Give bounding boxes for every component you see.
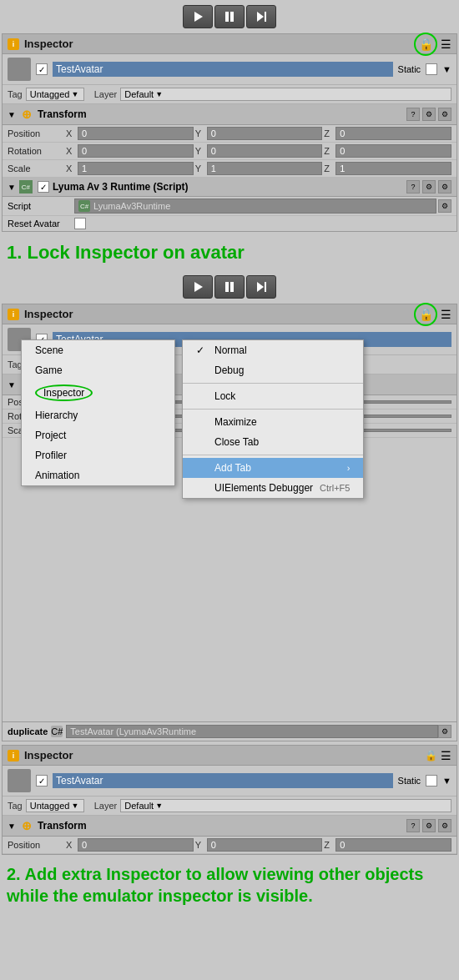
inspector-header-2: i Inspector 🔒 ☰ [3, 304, 456, 324]
static-checkbox-3[interactable] [426, 775, 437, 787]
menu-item-hierarchy[interactable]: Hierarchy [22, 405, 174, 425]
lock-icon-3[interactable]: 🔒 [425, 750, 437, 761]
transform-extra-btn-3[interactable]: ⚙ [438, 819, 451, 832]
lock-circle-2: 🔒 [414, 303, 437, 326]
menu-sep-3 [183, 455, 363, 455]
lock-icon-2[interactable]: 🔒 [419, 308, 433, 321]
transform-title-1: Transform [38, 108, 403, 120]
pause-button-2[interactable] [214, 275, 245, 299]
position-y-3[interactable]: 0 [207, 838, 323, 852]
position-label-1: Position [8, 128, 66, 138]
object-active-checkbox-3[interactable]: ✓ [36, 775, 48, 787]
script-toggle-1[interactable]: ▼ [8, 183, 16, 192]
inspector-title-1: Inspector [24, 38, 73, 50]
play-button[interactable] [183, 5, 213, 28]
transform-icon-1: ⊕ [19, 107, 34, 122]
menu-ui-elements[interactable]: UIElements Debugger Ctrl+F5 [183, 478, 363, 498]
menu-add-tab[interactable]: Add Tab › [183, 458, 363, 478]
layer-dropdown-1[interactable]: Default ▼ [120, 88, 451, 101]
static-arrow-3[interactable]: ▼ [442, 776, 451, 786]
layer-value-3: Default [124, 801, 154, 811]
object-name-field-1[interactable]: TestAvatar [53, 62, 393, 77]
menu-item-project[interactable]: Project [22, 425, 174, 445]
scale-z-1[interactable]: 1 [335, 162, 451, 175]
transform-btns-1: ? ⚙ ⚙ [406, 108, 451, 121]
layer-dropdown-3[interactable]: Default ▼ [120, 799, 451, 812]
script-link-btn[interactable]: ⚙ [438, 199, 451, 213]
inspector-icon-2: i [8, 309, 19, 320]
inspector-header-controls-1: 🔒 ☰ [414, 33, 451, 56]
step-button[interactable] [246, 5, 276, 28]
menu-item-inspector[interactable]: Inspector [22, 380, 174, 405]
script-extra-btn[interactable]: ⚙ [438, 180, 451, 193]
menu-maximize[interactable]: Maximize [183, 412, 363, 432]
layer-value-1: Default [124, 89, 154, 99]
script-active-checkbox[interactable]: ✓ [38, 181, 49, 193]
scale-label-1: Scale [8, 163, 66, 173]
inspector-panel-1: i Inspector 🔒 ☰ ✓ TestAvatar Static ▼ Ta… [2, 33, 457, 232]
transform-toggle-1[interactable]: ▼ [8, 110, 16, 119]
rotation-x-1[interactable]: 0 [78, 144, 194, 158]
position-label-3: Position [8, 840, 66, 850]
tag-label-1: Tag [8, 89, 23, 99]
scale-x-1[interactable]: 1 [78, 162, 194, 175]
transform-toggle-2[interactable]: ▼ [8, 380, 16, 389]
menu-item-scene[interactable]: Scene [22, 340, 174, 360]
tag-label-3: Tag [8, 801, 23, 811]
object-active-checkbox-1[interactable]: ✓ [36, 63, 48, 75]
lock-icon[interactable]: 🔒 [419, 38, 433, 51]
position-x-1[interactable]: 0 [78, 127, 194, 140]
pause-button[interactable] [214, 5, 245, 28]
transform-settings-btn-1[interactable]: ⚙ [422, 108, 436, 121]
menu-item-game[interactable]: Game [22, 360, 174, 380]
static-checkbox-1[interactable] [426, 63, 437, 75]
svg-rect-6 [225, 282, 229, 292]
script-value-field[interactable]: C# LyumaAv3Runtime [74, 199, 436, 214]
transform-settings-btn-3[interactable]: ⚙ [422, 819, 436, 832]
inspector-header-3: i Inspector 🔒 ☰ [3, 746, 456, 766]
tag-dropdown-3[interactable]: Untagged ▼ [26, 799, 84, 812]
rotation-z-1[interactable]: 0 [335, 144, 451, 158]
menu-lock[interactable]: Lock [183, 386, 363, 406]
menu-close-tab[interactable]: Close Tab [183, 432, 363, 452]
static-label-1: Static [398, 64, 421, 74]
script-settings-btn[interactable]: ⚙ [422, 180, 436, 193]
inspector-menu-icon-2[interactable]: ☰ [441, 308, 451, 321]
menu-normal[interactable]: ✓ Normal [183, 340, 363, 360]
tag-dropdown-1[interactable]: Untagged ▼ [26, 88, 84, 101]
position-x-3[interactable]: 0 [78, 838, 194, 852]
tag-layer-row-1: Tag Untagged ▼ Layer Default ▼ [3, 85, 456, 104]
object-name-field-3[interactable]: TestAvatar [53, 773, 393, 788]
static-dropdown-arrow-1[interactable]: ▼ [442, 64, 451, 74]
rotation-y-1[interactable]: 0 [207, 144, 323, 158]
menu-item-profiler[interactable]: Profiler [22, 445, 174, 465]
inspector-header-controls-3: 🔒 ☰ [425, 749, 451, 762]
transform-toggle-3[interactable]: ▼ [8, 822, 16, 831]
duplicate-label: duplicate [8, 726, 48, 736]
position-z-1[interactable]: 0 [335, 127, 451, 140]
layer-label-1: Layer [94, 89, 118, 99]
play-button-2[interactable] [183, 275, 213, 299]
inspector-menu-icon-1[interactable]: ☰ [441, 38, 451, 51]
script-help-btn[interactable]: ? [406, 180, 420, 193]
position-row-1: Position X 0 Y 0 Z 0 [3, 125, 456, 143]
scale-y-1[interactable]: 1 [207, 162, 323, 175]
reset-avatar-label: Reset Avatar [8, 219, 74, 229]
inspector-panel-2: i Inspector 🔒 ☰ ✓ TestAvatar Tag Untagge… [2, 304, 457, 741]
reset-avatar-checkbox[interactable] [74, 218, 86, 229]
menu-debug[interactable]: Debug [183, 360, 363, 380]
menu-item-animation[interactable]: Animation [22, 465, 174, 485]
script-btns-1: ? ⚙ ⚙ [406, 180, 451, 193]
transform-extra-btn-1[interactable]: ⚙ [438, 108, 451, 121]
transform-help-btn-3[interactable]: ? [406, 819, 420, 832]
dup-settings-btn[interactable]: ⚙ [438, 725, 451, 738]
inspector-menu-icon-3[interactable]: ☰ [441, 749, 451, 762]
position-z-3[interactable]: 0 [335, 838, 451, 852]
transform-help-btn-1[interactable]: ? [406, 108, 420, 121]
script-title-1: Lyuma Av 3 Runtime (Script) [53, 181, 403, 193]
position-y-1[interactable]: 0 [207, 127, 323, 140]
duplicate-field[interactable]: TestAvatar (LyumaAv3Runtime [66, 725, 438, 738]
step-button-2[interactable] [246, 275, 276, 299]
lock-circle-highlight: 🔒 [414, 33, 437, 56]
toolbar-1 [0, 0, 459, 33]
